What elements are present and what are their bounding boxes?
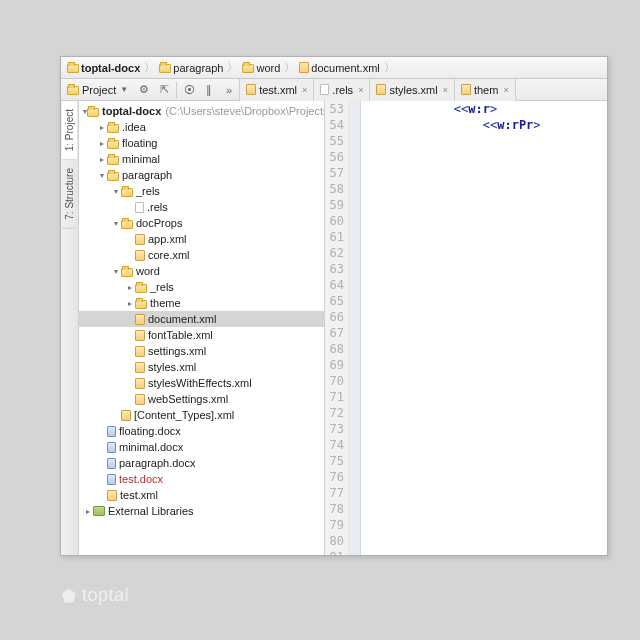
editor-tab[interactable]: them× (455, 79, 516, 101)
tree-row[interactable]: .rels (79, 199, 324, 215)
tree-label: webSettings.xml (148, 393, 228, 405)
project-tool-label[interactable]: Project ▼ (61, 84, 134, 96)
tree-row[interactable]: ▸minimal (79, 151, 324, 167)
side-tab[interactable]: 7: Structure (62, 160, 77, 229)
chevron-right-icon: 〉 (225, 60, 240, 75)
breadcrumb-item[interactable]: word (242, 62, 280, 74)
breadcrumb-item[interactable]: toptal-docx (67, 62, 140, 74)
tree-label: paragraph.docx (119, 457, 195, 469)
tree-row[interactable]: ▸External Libraries (79, 503, 324, 519)
tree-row[interactable]: stylesWithEffects.xml (79, 375, 324, 391)
tree-label: test.xml (120, 489, 158, 501)
editor-tab[interactable]: .rels× (314, 79, 370, 101)
breadcrumb-item[interactable]: paragraph (159, 62, 223, 74)
close-icon[interactable]: × (302, 85, 307, 95)
xml-icon (135, 314, 145, 325)
line-number: 61 (325, 229, 344, 245)
tree-row[interactable]: ▾word (79, 263, 324, 279)
tree-row[interactable]: ▸theme (79, 295, 324, 311)
close-icon[interactable]: × (443, 85, 448, 95)
tree-row[interactable]: styles.xml (79, 359, 324, 375)
xml-icon (121, 410, 131, 421)
line-number: 67 (325, 325, 344, 341)
more-button[interactable]: » (219, 80, 239, 100)
tree-row[interactable]: [Content_Types].xml (79, 407, 324, 423)
tree-row[interactable]: test.xml (79, 487, 324, 503)
docx-icon (107, 474, 116, 485)
docx-icon (107, 426, 116, 437)
tree-row[interactable]: ▸floating (79, 135, 324, 151)
chevron-down-icon: ▼ (119, 85, 128, 94)
code-line[interactable]: <<w:r> (367, 101, 607, 117)
disclosure-icon[interactable]: ▾ (111, 187, 121, 196)
tree-row[interactable]: app.xml (79, 231, 324, 247)
xml-icon (135, 330, 145, 341)
disclosure-icon[interactable]: ▾ (111, 219, 121, 228)
breadcrumb-item[interactable]: document.xml (299, 62, 379, 74)
xml-icon (135, 394, 145, 405)
target-button[interactable]: ⦿ (179, 80, 199, 100)
line-number: 63 (325, 261, 344, 277)
folder-icon (121, 268, 133, 277)
tree-row[interactable]: core.xml (79, 247, 324, 263)
close-icon[interactable]: × (503, 85, 508, 95)
xml-icon (135, 378, 145, 389)
xml-icon (299, 62, 309, 73)
code-editor[interactable]: 5354555657585960616263646566676869707172… (325, 101, 607, 555)
tree-row[interactable]: ▾paragraph (79, 167, 324, 183)
main-area: 1: Project7: Structure ▾toptal-docx(C:\U… (61, 101, 607, 555)
tree-row[interactable]: document.xml (79, 311, 324, 327)
toptal-brand: toptal (62, 585, 129, 606)
tree-row[interactable]: paragraph.docx (79, 455, 324, 471)
tree-row[interactable]: ▾toptal-docx(C:\Users\steve\Dropbox\Proj… (79, 103, 324, 119)
split-button[interactable]: ‖ (199, 80, 219, 100)
line-number: 66 (325, 309, 344, 325)
tree-label: fontTable.xml (148, 329, 213, 341)
settings-button[interactable]: ⚙ (134, 80, 154, 100)
editor-tab[interactable]: styles.xml× (370, 79, 455, 101)
tree-row[interactable]: ▾_rels (79, 183, 324, 199)
line-number: 70 (325, 373, 344, 389)
code-line[interactable]: <<w:rPr> (367, 117, 607, 133)
disclosure-icon[interactable]: ▸ (83, 507, 93, 516)
xml-icon (135, 362, 145, 373)
tree-label: settings.xml (148, 345, 206, 357)
tree-row[interactable]: test.docx (79, 471, 324, 487)
close-icon[interactable]: × (358, 85, 363, 95)
xml-icon (135, 234, 145, 245)
side-tab[interactable]: 1: Project (62, 101, 77, 160)
tree-row[interactable]: ▸.idea (79, 119, 324, 135)
folder-icon (121, 188, 133, 197)
tree-label: _rels (150, 281, 174, 293)
disclosure-icon[interactable]: ▸ (97, 155, 107, 164)
code-body[interactable]: <<w:r> <<w:rPr> (361, 101, 607, 555)
tree-label: theme (150, 297, 181, 309)
toptal-brand-text: toptal (82, 585, 129, 606)
tree-label: floating.docx (119, 425, 181, 437)
lib-icon (93, 506, 105, 516)
xml-icon (461, 84, 471, 95)
project-tree[interactable]: ▾toptal-docx(C:\Users\steve\Dropbox\Proj… (79, 101, 325, 555)
disclosure-icon[interactable]: ▸ (97, 139, 107, 148)
tree-label: document.xml (148, 313, 216, 325)
disclosure-icon[interactable]: ▾ (97, 171, 107, 180)
line-gutter: 5354555657585960616263646566676869707172… (325, 101, 349, 555)
disclosure-icon[interactable]: ▾ (111, 267, 121, 276)
tree-row[interactable]: fontTable.xml (79, 327, 324, 343)
line-number: 79 (325, 517, 344, 533)
tree-row[interactable]: settings.xml (79, 343, 324, 359)
line-number: 68 (325, 341, 344, 357)
editor-tab[interactable]: test.xml× (240, 79, 314, 101)
tree-row[interactable]: ▾docProps (79, 215, 324, 231)
line-number: 55 (325, 133, 344, 149)
disclosure-icon[interactable]: ▸ (125, 283, 135, 292)
tree-row[interactable]: ▸_rels (79, 279, 324, 295)
xml-icon (107, 490, 117, 501)
disclosure-icon[interactable]: ▸ (125, 299, 135, 308)
tree-row[interactable]: webSettings.xml (79, 391, 324, 407)
tree-label: test.docx (119, 473, 163, 485)
tree-row[interactable]: minimal.docx (79, 439, 324, 455)
tree-row[interactable]: floating.docx (79, 423, 324, 439)
collapse-button[interactable]: ⇱ (154, 80, 174, 100)
disclosure-icon[interactable]: ▸ (97, 123, 107, 132)
